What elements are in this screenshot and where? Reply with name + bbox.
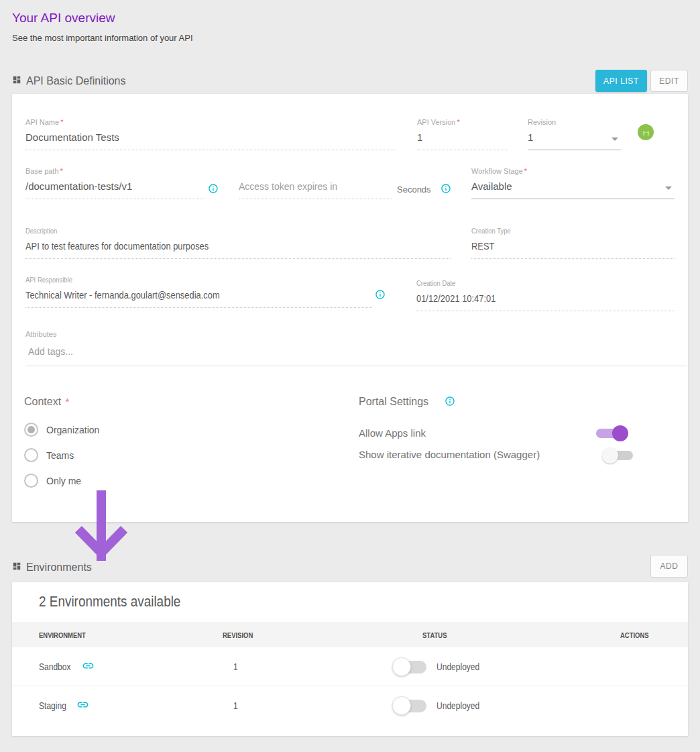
required-marker: * [60, 118, 63, 126]
dashboard-icon [12, 561, 21, 574]
creation-type-value: REST [471, 240, 494, 252]
column-actions: ACTIONS [620, 631, 679, 639]
creation-date-label: Creation Date [416, 279, 455, 289]
base-path-field[interactable]: Base path* /documentation-tests/v1 [25, 167, 205, 199]
environment-name: Sandbox [39, 661, 71, 672]
column-status: STATUS [422, 631, 593, 639]
revision-value: 1 [233, 661, 238, 672]
environment-name: Staging [39, 700, 66, 711]
page-title: Your API overview [12, 11, 115, 25]
context-group-title: Context * [24, 396, 69, 408]
info-icon[interactable] [441, 183, 451, 197]
required-marker: * [524, 167, 527, 175]
radio-organization[interactable]: Organization [24, 423, 99, 437]
api-responsible-value: Technical Writer - fernanda.goulart@sens… [25, 289, 220, 301]
status-label: Undeployed [436, 661, 479, 672]
chevron-down-icon[interactable] [665, 186, 672, 190]
page-subtitle: See the most important information of yo… [12, 33, 193, 43]
environments-card-title: 2 Environments available [39, 593, 180, 610]
column-environment: ENVIRONMENT [39, 631, 197, 639]
creation-type-field: Creation Type REST [471, 224, 675, 259]
attributes-label: Attributes [25, 330, 687, 340]
required-marker: * [457, 118, 459, 126]
table-row: Staging 1 Undeployed [12, 686, 688, 725]
attributes-placeholder: Add tags... [28, 346, 73, 357]
access-token-placeholder: Access token expires in [239, 181, 337, 192]
allow-apps-toggle[interactable] [595, 425, 628, 441]
link-icon[interactable] [76, 698, 89, 713]
radio-only-me[interactable]: Only me [24, 474, 81, 488]
api-name-field[interactable]: API Name* Documentation Tests [25, 118, 396, 150]
required-marker: * [66, 396, 70, 407]
revision-value: 1 [233, 700, 238, 711]
link-icon[interactable] [82, 659, 95, 674]
radio-button-icon[interactable] [24, 474, 38, 488]
description-field[interactable]: Description API to test features for doc… [25, 224, 451, 259]
api-name-label: API Name [25, 118, 59, 126]
info-icon[interactable] [375, 289, 386, 303]
basic-definitions-card: API Name* Documentation Tests API Versio… [12, 94, 688, 522]
description-value: API to test features for documentation p… [25, 240, 209, 252]
attributes-field[interactable]: Attributes Add tags... [25, 330, 687, 366]
edit-button[interactable]: EDIT [650, 70, 688, 92]
status-label: Undeployed [436, 700, 479, 711]
info-icon[interactable] [208, 183, 219, 197]
api-responsible-field[interactable]: API Responsible Technical Writer - ferna… [25, 273, 372, 308]
radio-button-icon[interactable] [24, 423, 38, 437]
table-row: Sandbox 1 Undeployed [12, 647, 688, 686]
description-label: Description [25, 227, 57, 237]
api-version-label: API Version [417, 118, 455, 126]
api-list-button[interactable]: API LIST [595, 70, 647, 92]
swagger-doc-label: Show iterative documentation (Swagger) [359, 449, 540, 460]
basic-definitions-section-header: API Basic Definitions [12, 75, 126, 87]
dashboard-icon [12, 75, 21, 87]
api-name-value: Documentation Tests [25, 128, 396, 150]
revision-value: 1 [528, 131, 533, 143]
revision-label: Revision [528, 118, 621, 128]
creation-date-value: 01/12/2021 10:47:01 [416, 292, 495, 304]
radio-button-icon[interactable] [24, 448, 38, 462]
seconds-suffix: Seconds [397, 184, 431, 195]
access-token-field[interactable]: Access token expires in [239, 167, 392, 199]
environments-table-header: ENVIRONMENT REVISION STATUS ACTIONS [12, 623, 688, 647]
basic-definitions-title: API Basic Definitions [26, 75, 126, 87]
portal-settings-group-title: Portal Settings [359, 394, 455, 409]
deploy-toggle[interactable] [392, 696, 427, 716]
radio-teams-label: Teams [46, 450, 74, 461]
context-label: Context [24, 396, 61, 407]
swagger-doc-toggle[interactable] [603, 447, 637, 464]
revision-select[interactable]: Revision 1 [528, 118, 621, 150]
workflow-stage-select[interactable]: Workflow Stage* Available [471, 167, 675, 199]
info-icon[interactable] [445, 394, 455, 409]
allow-apps-link-label: Allow Apps link [359, 427, 426, 439]
workflow-stage-label: Workflow Stage [471, 167, 523, 175]
required-marker: * [60, 167, 63, 175]
environments-card: 2 Environments available ENVIRONMENT REV… [12, 582, 688, 736]
creation-type-label: Creation Type [471, 227, 511, 237]
api-version-field[interactable]: API Version* 1 [417, 118, 507, 150]
radio-teams[interactable]: Teams [24, 448, 74, 462]
api-version-value: 1 [417, 128, 507, 150]
base-path-value: /documentation-tests/v1 [25, 177, 205, 199]
deploy-toggle[interactable] [392, 657, 427, 677]
base-path-label: Base path [25, 167, 59, 175]
code-trace-icon[interactable]: {···} [638, 124, 654, 140]
workflow-stage-value: Available [471, 180, 512, 192]
column-revision: REVISION [223, 631, 394, 639]
chevron-down-icon[interactable] [611, 138, 618, 141]
radio-organization-label: Organization [46, 425, 99, 435]
portal-settings-label: Portal Settings [359, 396, 428, 408]
creation-date-field: Creation Date 01/12/2021 10:47:01 [416, 276, 675, 311]
annotation-arrow-icon [75, 490, 127, 564]
radio-only-me-label: Only me [46, 476, 81, 486]
add-environment-button[interactable]: ADD [650, 555, 688, 578]
api-responsible-label: API Responsible [25, 276, 72, 286]
